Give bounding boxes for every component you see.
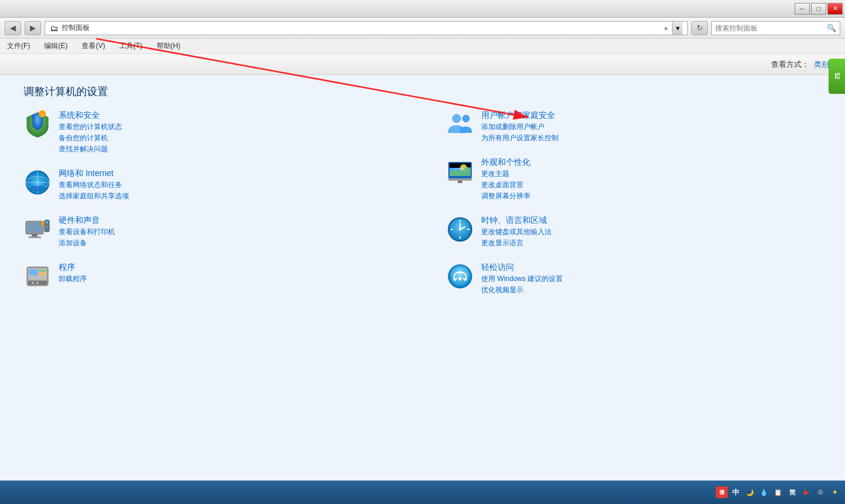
hardware-link-2[interactable]: 添加设备 [59, 238, 115, 248]
forward-button[interactable]: ▶ [25, 21, 41, 35]
svg-rect-18 [29, 269, 38, 275]
programs-title[interactable]: 程序 [59, 262, 87, 273]
minimize-button[interactable]: ─ [795, 3, 810, 15]
svg-rect-15 [46, 226, 48, 227]
ease-icon [446, 262, 474, 290]
folder-icon: 🗂 [50, 23, 58, 33]
svg-point-40 [459, 228, 461, 231]
address-bar: ◀ ▶ 🗂 控制面板 ▸ ▾ ↻ 🔍 [0, 18, 845, 39]
menu-file[interactable]: 文件(F) [5, 40, 32, 52]
green-badge: 52 [829, 59, 845, 94]
hardware-title[interactable]: 硬件和声音 [59, 215, 115, 226]
address-dropdown-button[interactable]: ▾ [672, 22, 682, 35]
taskbar-icon-gear[interactable]: ⚙ [814, 486, 826, 498]
category-ease[interactable]: 轻松访问 使用 Windows 建议的设置 优化视频显示 [446, 262, 822, 295]
security-link-1[interactable]: 查看您的计算机状态 [59, 122, 122, 132]
clock-link-1[interactable]: 更改键盘或其他输入法 [481, 227, 552, 237]
svg-text:!: ! [42, 112, 43, 117]
category-programs[interactable]: 程序 卸载程序 [23, 262, 399, 290]
main-content: ! 系统和安全 查看您的计算机状态 备份您的计算机 查找并解决问题 [0, 99, 845, 504]
appearance-icon [446, 157, 474, 185]
taskbar-icon-drop[interactable]: 💧 [758, 486, 770, 498]
users-title[interactable]: 用户帐户和家庭安全 [481, 110, 559, 121]
svg-rect-9 [27, 222, 42, 233]
menu-tools[interactable]: 工具(T) [117, 40, 144, 52]
title-bar-buttons: ─ □ ✕ [795, 3, 843, 15]
window-frame: ─ □ ✕ ◀ ▶ 🗂 控制面板 ▸ ▾ ↻ 🔍 文件(F) 编辑(E) 查看(… [0, 0, 845, 504]
hardware-icon [23, 215, 52, 243]
programs-icon [23, 262, 52, 290]
category-security[interactable]: ! 系统和安全 查看您的计算机状态 备份您的计算机 查找并解决问题 [23, 110, 399, 154]
appearance-title[interactable]: 外观和个性化 [481, 157, 530, 168]
clock-link-2[interactable]: 更改显示语言 [481, 238, 552, 248]
close-button[interactable]: ✕ [827, 3, 843, 15]
clock-icon [446, 215, 474, 243]
users-link-2[interactable]: 为所有用户设置家长控制 [481, 133, 559, 143]
category-clock[interactable]: 时钟、语言和区域 更改键盘或其他输入法 更改显示语言 [446, 215, 822, 248]
security-link-2[interactable]: 备份您的计算机 [59, 133, 122, 143]
taskbar-icon-weibo[interactable]: 微 [716, 486, 728, 498]
ease-link-1[interactable]: 使用 Windows 建议的设置 [481, 274, 563, 284]
svg-point-14 [46, 221, 48, 224]
svg-rect-31 [458, 181, 462, 183]
category-hardware[interactable]: 硬件和声音 查看设备和打印机 添加设备 [23, 215, 399, 248]
toolbar-area: 查看方式： 类别 ▾ [0, 54, 845, 75]
menu-help[interactable]: 帮助(H) [154, 40, 183, 52]
taskbar-icon-play[interactable]: ▶ [800, 486, 812, 498]
appearance-content: 外观和个性化 更改主题 更改桌面背景 调整屏幕分辨率 [481, 157, 530, 201]
hardware-content: 硬件和声音 查看设备和打印机 添加设备 [59, 215, 115, 248]
maximize-button[interactable]: □ [811, 3, 826, 15]
svg-rect-6 [31, 186, 45, 190]
appearance-link-1[interactable]: 更改主题 [481, 169, 530, 179]
svg-rect-20 [39, 273, 46, 275]
taskbar-icon-zh[interactable]: 中 [730, 486, 742, 498]
network-title[interactable]: 网络和 Internet [59, 168, 129, 179]
taskbar-icon-moon[interactable]: 🌙 [744, 486, 756, 498]
taskbar-icon-clipboard[interactable]: 📋 [772, 486, 784, 498]
category-users[interactable]: 用户帐户和家庭安全 添加或删除用户帐户 为所有用户设置家长控制 [446, 110, 822, 143]
network-content: 网络和 Internet 查看网络状态和任务 选择家庭组和共享选项 [59, 168, 129, 201]
security-title[interactable]: 系统和安全 [59, 110, 122, 121]
users-link-1[interactable]: 添加或删除用户帐户 [481, 122, 559, 132]
ease-link-2[interactable]: 优化视频显示 [481, 285, 563, 295]
network-link-1[interactable]: 查看网络状态和任务 [59, 180, 129, 190]
menu-view[interactable]: 查看(V) [79, 40, 107, 52]
programs-link-1[interactable]: 卸载程序 [59, 274, 87, 284]
svg-point-23 [36, 282, 39, 284]
search-icon[interactable]: 🔍 [827, 23, 836, 32]
category-network[interactable]: 网络和 Internet 查看网络状态和任务 选择家庭组和共享选项 [23, 168, 399, 201]
taskbar: 微 中 🌙 💧 📋 简 ▶ ⚙ ✦ [0, 481, 845, 504]
category-appearance[interactable]: 外观和个性化 更改主题 更改桌面背景 调整屏幕分辨率 [446, 157, 822, 201]
ease-title[interactable]: 轻松访问 [481, 262, 563, 273]
appearance-link-3[interactable]: 调整屏幕分辨率 [481, 191, 530, 201]
view-mode-text: 类别 [814, 59, 829, 70]
address-text: 控制面板 [62, 23, 661, 33]
menu-bar: 文件(F) 编辑(E) 查看(V) 工具(T) 帮助(H) [0, 39, 845, 54]
security-link-3[interactable]: 查找并解决问题 [59, 144, 122, 154]
ease-content: 轻松访问 使用 Windows 建议的设置 优化视频显示 [481, 262, 563, 295]
taskbar-icon-jian[interactable]: 简 [786, 486, 798, 498]
back-button[interactable]: ◀ [5, 21, 21, 35]
address-box[interactable]: 🗂 控制面板 ▸ ▾ [45, 21, 688, 35]
network-link-2[interactable]: 选择家庭组和共享选项 [59, 191, 129, 201]
svg-rect-12 [28, 236, 41, 238]
appearance-link-2[interactable]: 更改桌面背景 [481, 180, 530, 190]
clock-content: 时钟、语言和区域 更改键盘或其他输入法 更改显示语言 [481, 215, 552, 248]
search-input[interactable] [715, 24, 827, 32]
security-icon: ! [23, 110, 52, 138]
security-content: 系统和安全 查看您的计算机状态 备份您的计算机 查找并解决问题 [59, 110, 122, 154]
content-wrapper: ! 系统和安全 查看您的计算机状态 备份您的计算机 查找并解决问题 [23, 110, 822, 492]
users-icon [446, 110, 474, 138]
svg-rect-7 [34, 190, 41, 191]
hardware-link-1[interactable]: 查看设备和打印机 [59, 227, 115, 237]
svg-point-22 [32, 282, 34, 284]
taskbar-icon-star[interactable]: ✦ [829, 486, 840, 498]
svg-rect-11 [32, 234, 38, 236]
clock-title[interactable]: 时钟、语言和区域 [481, 215, 552, 226]
users-content: 用户帐户和家庭安全 添加或删除用户帐户 为所有用户设置家长控制 [481, 110, 559, 143]
refresh-button[interactable]: ↻ [691, 21, 708, 35]
search-box[interactable]: 🔍 [711, 21, 840, 35]
menu-edit[interactable]: 编辑(E) [42, 40, 70, 52]
svg-point-24 [452, 114, 461, 123]
title-bar: ─ □ ✕ [0, 0, 845, 18]
